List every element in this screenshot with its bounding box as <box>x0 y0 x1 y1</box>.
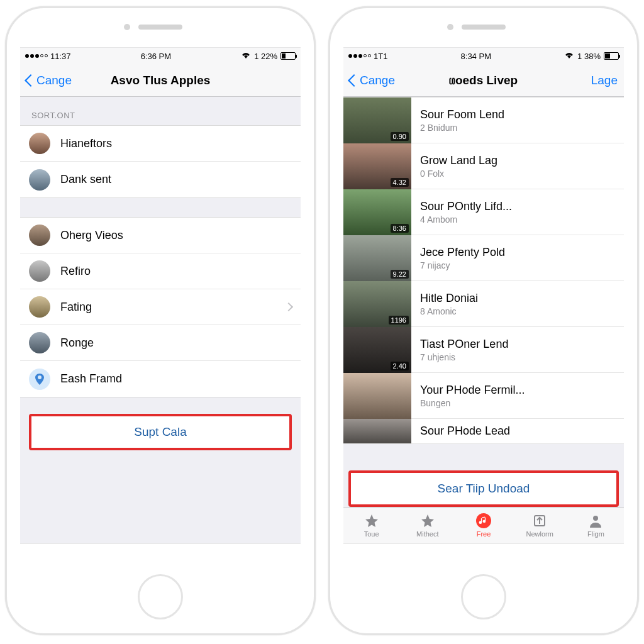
star-icon <box>364 513 379 528</box>
phone-right: 1T1 8:34 PM 1 38% Cange ꭃoeds Livep Lag <box>328 6 639 635</box>
video-thumbnail: 8:36 <box>343 189 411 235</box>
avatar <box>29 296 50 318</box>
back-label: Cange <box>360 74 395 87</box>
signal-dots-icon <box>348 54 371 58</box>
chevron-left-icon <box>25 74 37 87</box>
primary-action-button[interactable]: Sear Tiip Undoad <box>350 472 618 506</box>
tab-label: Free <box>477 530 491 538</box>
video-title: Grow Land Lag <box>420 154 613 167</box>
phone-camera <box>447 24 453 30</box>
video-row[interactable]: Your PHode Fermil...Bungen <box>343 373 624 419</box>
music-icon <box>476 513 491 528</box>
tab-label: Newlorm <box>526 530 553 538</box>
video-row[interactable]: Sour PHode Lead <box>343 419 624 444</box>
status-carrier: 11:37 <box>50 52 71 61</box>
video-duration: 4.32 <box>391 178 409 187</box>
video-duration: 1196 <box>389 316 409 325</box>
video-row[interactable]: 8:36 Sour POntly Lifd...4 Ambom <box>343 189 624 235</box>
back-label: Cange <box>36 74 72 87</box>
list-item-label: Oherg Vieos <box>60 229 123 242</box>
tab-label: Fligm <box>587 530 604 538</box>
battery-icon <box>604 52 619 60</box>
phone-earpiece <box>138 25 182 30</box>
list-item[interactable]: Fating <box>20 289 301 325</box>
list-item-label: Eash Framd <box>60 372 122 386</box>
status-batt-text: 1 22% <box>254 52 277 61</box>
video-row[interactable]: 0.90 Sour Foom Lend2 Bnidum <box>343 97 624 143</box>
status-time: 8:34 PM <box>461 52 491 61</box>
tab-bar: Toue Mithect Free Newlorm Fligm <box>343 507 624 543</box>
video-subtitle: 0 Folx <box>420 169 613 179</box>
pin-icon <box>29 369 50 390</box>
home-button[interactable] <box>138 574 183 619</box>
list-item[interactable]: Oherg Vieos <box>20 218 301 253</box>
status-batt-text: 1 38% <box>577 52 601 61</box>
video-subtitle: 7 uhjenis <box>420 352 613 362</box>
video-subtitle: 4 Ambom <box>420 214 613 225</box>
tab-label: Toue <box>364 530 379 538</box>
status-carrier: 1T1 <box>374 52 387 61</box>
video-title: Sour POntly Lifd... <box>420 200 613 213</box>
video-title: Sour Foom Lend <box>420 108 613 121</box>
nav-right-button[interactable]: Lage <box>591 74 618 87</box>
video-duration: 8:36 <box>391 224 409 233</box>
status-time: 6:36 PM <box>141 52 171 61</box>
video-row[interactable]: 1196 Hitle Doniai8 Amonic <box>343 281 624 327</box>
avatar <box>29 332 50 353</box>
tab-free[interactable]: Free <box>455 508 511 543</box>
primary-action-button[interactable]: Supt Cala <box>30 415 291 449</box>
video-thumbnail: 1196 <box>343 281 411 327</box>
video-row[interactable]: 9.22 Jece Pfenty Pold7 nijacy <box>343 235 624 281</box>
phone-earpiece <box>462 25 506 30</box>
video-thumbnail: 4.32 <box>343 143 411 189</box>
video-thumbnail: 9.22 <box>343 235 411 281</box>
action-label: Supt Cala <box>134 425 186 439</box>
nav-bar: Cange Asvo Tlus Apples <box>20 64 301 97</box>
tab-mithect[interactable]: Mithect <box>399 508 455 543</box>
list-item-label: Ronge <box>60 336 94 350</box>
list-group-2: Oherg Vieos Refiro Fating Ronge <box>20 217 301 397</box>
status-bar: 11:37 6:36 PM 1 22% <box>20 48 301 64</box>
list-item[interactable]: Refiro <box>20 253 301 289</box>
person-icon <box>588 513 603 528</box>
video-row[interactable]: 4.32 Grow Land Lag0 Folx <box>343 143 624 189</box>
video-title: Hitle Doniai <box>420 292 613 305</box>
nav-bar: Cange ꭃoeds Livep Lage <box>343 64 624 97</box>
list-item[interactable]: Dank sent <box>20 162 301 197</box>
back-button[interactable]: Cange <box>26 74 72 87</box>
battery-icon <box>280 52 296 60</box>
screen-left: 11:37 6:36 PM 1 22% Cange Asvo Tlus Appl… <box>20 47 301 544</box>
tab-toue[interactable]: Toue <box>343 508 399 543</box>
tab-label: Mithect <box>416 530 438 538</box>
back-button[interactable]: Cange <box>350 74 395 87</box>
action-label: Sear Tiip Undoad <box>438 482 530 496</box>
video-duration: 2.40 <box>391 362 409 370</box>
list-item[interactable]: Ronge <box>20 325 301 361</box>
video-thumbnail <box>343 373 411 419</box>
tab-newlorm[interactable]: Newlorm <box>512 508 568 543</box>
list-item[interactable]: Eash Framd <box>20 361 301 397</box>
video-duration: 0.90 <box>391 132 409 141</box>
list-item-label: Fating <box>60 301 92 314</box>
video-title: Sour PHode Lead <box>420 425 616 438</box>
screen-right: 1T1 8:34 PM 1 38% Cange ꭃoeds Livep Lag <box>343 47 624 544</box>
phone-left: 11:37 6:36 PM 1 22% Cange Asvo Tlus Appl… <box>5 6 316 635</box>
avatar <box>29 225 50 246</box>
list-item-label: Hianeftors <box>60 137 112 150</box>
video-row[interactable]: 2.40 Tiast POner Lend7 uhjenis <box>343 327 624 373</box>
video-subtitle: 2 Bnidum <box>420 123 613 133</box>
tab-fligm[interactable]: Fligm <box>568 508 624 543</box>
avatar <box>29 260 50 282</box>
list-item[interactable]: Hianeftors <box>20 126 301 162</box>
phone-camera <box>124 24 130 30</box>
home-button[interactable] <box>461 574 506 619</box>
video-title: Your PHode Fermil... <box>420 384 613 397</box>
svg-point-2 <box>593 516 598 521</box>
list-group-1: Hianeftors Dank sent <box>20 125 301 198</box>
video-title: Jece Pfenty Pold <box>420 246 613 259</box>
video-subtitle: 8 Amonic <box>420 306 613 316</box>
section-header: SORT.ONT <box>20 97 301 125</box>
list-item-label: Refiro <box>60 265 91 278</box>
video-list: 0.90 Sour Foom Lend2 Bnidum 4.32 Grow La… <box>343 97 624 444</box>
signal-dots-icon <box>25 54 48 58</box>
